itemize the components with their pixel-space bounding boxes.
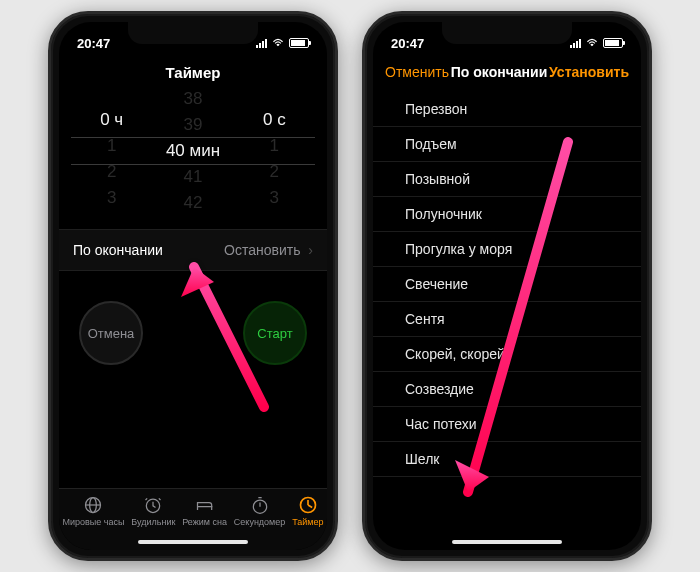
phone-sound-picker: 20:47 Отменить По окончании Установить П… [362, 11, 652, 561]
list-item[interactable]: Полуночник [373, 197, 641, 232]
list-item[interactable]: Прогулка у моря [373, 232, 641, 267]
set-button[interactable]: Установить [549, 64, 629, 80]
picker-minutes[interactable]: 37 38 39 40 мин 41 42 43 [152, 91, 233, 211]
timer-icon [298, 495, 318, 515]
list-item[interactable]: Скорей, скорей [373, 337, 641, 372]
home-indicator[interactable] [452, 540, 562, 544]
cancel-button[interactable]: Отменить [385, 64, 449, 80]
modal-header: Отменить По окончании Установить [373, 56, 641, 90]
picker-hours[interactable]: 0 ч 1 2 3 [71, 91, 152, 211]
globe-icon [83, 495, 103, 515]
page-title: Таймер [59, 56, 327, 91]
list-item[interactable]: Электросхема [373, 477, 641, 486]
list-item[interactable]: Сентя [373, 302, 641, 337]
start-button[interactable]: Старт [243, 301, 307, 365]
tab-world-clock[interactable]: Мировые часы [62, 495, 124, 527]
tab-alarm[interactable]: Будильник [131, 495, 175, 527]
alarm-icon [143, 495, 163, 515]
when-timer-ends-row[interactable]: По окончании Остановить › [59, 229, 327, 271]
notch [442, 22, 572, 44]
status-indicators [256, 38, 309, 48]
chevron-right-icon: › [308, 242, 313, 258]
list-item[interactable]: Созвездие [373, 372, 641, 407]
tab-stopwatch[interactable]: Секундомер [234, 495, 285, 527]
picker-seconds[interactable]: 0 с 1 2 3 [234, 91, 315, 211]
list-item[interactable]: Свечение [373, 267, 641, 302]
status-indicators [570, 38, 623, 48]
tab-bedtime[interactable]: Режим сна [182, 495, 227, 527]
list-item[interactable]: Перезвон [373, 92, 641, 127]
modal-title: По окончании [449, 64, 549, 80]
status-time: 20:47 [391, 36, 424, 51]
list-item[interactable]: Подъем [373, 127, 641, 162]
list-item[interactable]: Час потехи [373, 407, 641, 442]
tab-timer[interactable]: Таймер [292, 495, 323, 527]
when-ends-value: Остановить [224, 242, 300, 258]
time-picker[interactable]: 0 ч 1 2 3 37 38 39 40 мин 41 42 43 0 с 1 [71, 91, 315, 211]
home-indicator[interactable] [138, 540, 248, 544]
cancel-button[interactable]: Отмена [79, 301, 143, 365]
bed-icon [195, 495, 215, 515]
when-ends-label: По окончании [73, 242, 163, 258]
list-item[interactable]: Шелк [373, 442, 641, 477]
list-item[interactable]: Позывной [373, 162, 641, 197]
notch [128, 22, 258, 44]
status-time: 20:47 [77, 36, 110, 51]
sound-list[interactable]: Перезвон Подъем Позывной Полуночник Прог… [373, 92, 641, 486]
phone-timer: 20:47 Таймер 0 ч 1 2 3 37 38 39 [48, 11, 338, 561]
stopwatch-icon [250, 495, 270, 515]
